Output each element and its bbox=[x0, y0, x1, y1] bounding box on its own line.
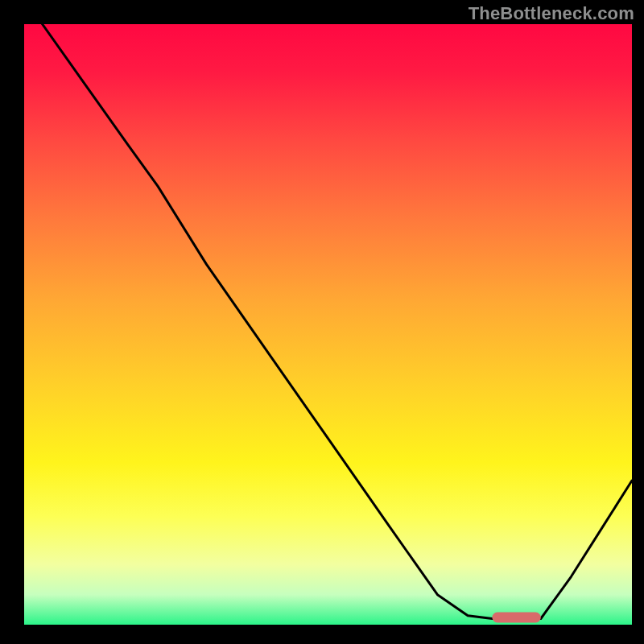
chart-frame: TheBottleneck.com bbox=[0, 0, 644, 644]
watermark-text: TheBottleneck.com bbox=[469, 3, 634, 24]
plot-area bbox=[24, 24, 632, 625]
optimal-marker bbox=[492, 613, 540, 623]
curve-layer bbox=[24, 24, 632, 625]
bottleneck-curve bbox=[43, 24, 632, 619]
